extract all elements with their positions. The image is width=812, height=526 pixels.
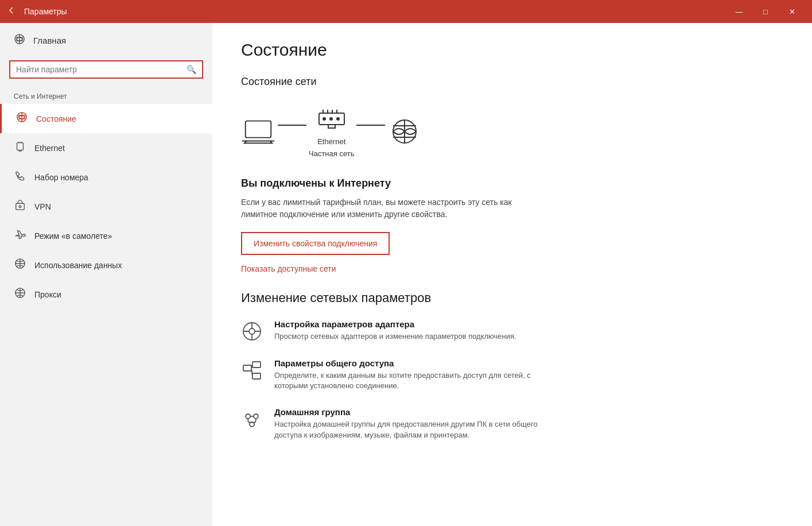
dial-icon bbox=[14, 170, 26, 184]
search-box[interactable]: 🔍 bbox=[9, 60, 203, 79]
settings-item-sharing-desc: Определите, к каким данным вы хотите пре… bbox=[274, 370, 561, 391]
settings-item-adapter-desc: Просмотр сетевых адаптеров и изменение п… bbox=[274, 331, 561, 342]
ethernet-label: Ethernet bbox=[317, 137, 345, 146]
private-network-label: Частная сеть bbox=[309, 149, 354, 158]
svg-point-4 bbox=[19, 206, 21, 208]
sharing-icon bbox=[241, 359, 263, 381]
sidebar-item-status[interactable]: Состояние bbox=[0, 104, 212, 133]
svg-point-18 bbox=[246, 414, 250, 419]
adapter-icon bbox=[241, 320, 263, 342]
svg-rect-3 bbox=[16, 203, 25, 210]
settings-item-adapter[interactable]: Настройка параметров адаптера Просмотр с… bbox=[241, 319, 789, 342]
svg-point-11 bbox=[337, 118, 339, 120]
titlebar: Параметры — □ ✕ bbox=[0, 0, 812, 23]
svg-rect-17 bbox=[252, 373, 261, 379]
sidebar: Главная 🔍 Сеть и Интернет Состояние bbox=[0, 23, 212, 526]
connected-desc: Если у вас лимитный тарифный план, вы мо… bbox=[241, 196, 528, 221]
connected-title: Вы подключены к Интернету bbox=[241, 177, 789, 189]
settings-item-homegroup-text: Домашняя группа Настройка домашней групп… bbox=[274, 407, 789, 440]
net-line-2 bbox=[356, 125, 385, 126]
minimize-button[interactable]: — bbox=[726, 0, 752, 23]
search-icon: 🔍 bbox=[187, 65, 196, 74]
home-icon bbox=[14, 33, 25, 48]
svg-point-19 bbox=[254, 414, 258, 419]
sidebar-item-label-data: Использование данных bbox=[34, 261, 122, 270]
svg-point-10 bbox=[330, 118, 332, 120]
titlebar-title: Параметры bbox=[24, 7, 67, 16]
sidebar-item-label-airplane: Режим «в самолете» bbox=[34, 231, 112, 241]
window-controls: — □ ✕ bbox=[726, 0, 805, 23]
homegroup-icon bbox=[241, 408, 263, 430]
sidebar-item-label-status: Состояние bbox=[36, 114, 76, 123]
sidebar-item-ethernet[interactable]: Ethernet bbox=[0, 133, 212, 163]
settings-item-sharing-text: Параметры общего доступа Определите, к к… bbox=[274, 358, 789, 391]
maximize-button[interactable]: □ bbox=[752, 0, 779, 23]
sidebar-section-label: Сеть и Интернет bbox=[0, 88, 212, 104]
settings-item-sharing[interactable]: Параметры общего доступа Определите, к к… bbox=[241, 358, 789, 391]
close-button[interactable]: ✕ bbox=[779, 0, 805, 23]
svg-rect-16 bbox=[252, 362, 261, 368]
data-icon bbox=[14, 258, 26, 272]
change-props-button[interactable]: Изменить свойства подключения bbox=[241, 232, 390, 255]
sidebar-item-proxy[interactable]: Прокси bbox=[0, 280, 212, 309]
svg-point-14 bbox=[249, 328, 255, 334]
svg-rect-2 bbox=[17, 143, 24, 150]
sidebar-item-label-ethernet: Ethernet bbox=[34, 144, 65, 153]
sidebar-item-label-vpn: VPN bbox=[34, 202, 51, 211]
globe-icon-container bbox=[387, 117, 422, 146]
settings-item-sharing-title: Параметры общего доступа bbox=[274, 358, 789, 368]
ethernet-icon bbox=[14, 141, 26, 155]
settings-item-adapter-text: Настройка параметров адаптера Просмотр с… bbox=[274, 319, 789, 342]
change-section-title: Изменение сетевых параметров bbox=[241, 291, 789, 305]
settings-item-adapter-title: Настройка параметров адаптера bbox=[274, 319, 789, 329]
sidebar-home-button[interactable]: Главная bbox=[0, 23, 212, 58]
airplane-icon bbox=[14, 229, 26, 243]
search-input[interactable] bbox=[16, 65, 187, 74]
show-networks-link[interactable]: Показать доступные сети bbox=[241, 264, 789, 273]
sidebar-item-vpn[interactable]: VPN bbox=[0, 192, 212, 221]
settings-item-homegroup-title: Домашняя группа bbox=[274, 407, 789, 417]
network-status-title: Состояние сети bbox=[241, 76, 789, 88]
settings-item-homegroup-desc: Настройка домашней группы для предоставл… bbox=[274, 419, 561, 440]
page-title: Состояние bbox=[241, 40, 789, 60]
net-line-1 bbox=[278, 125, 306, 126]
status-icon bbox=[15, 111, 28, 126]
ethernet-device-container: Ethernet Частная сеть bbox=[309, 105, 354, 158]
proxy-icon bbox=[14, 287, 26, 301]
sidebar-item-airplane[interactable]: Режим «в самолете» bbox=[0, 221, 212, 250]
laptop-icon-container bbox=[241, 117, 275, 146]
svg-rect-15 bbox=[243, 365, 251, 371]
app-body: Главная 🔍 Сеть и Интернет Состояние bbox=[0, 23, 812, 526]
back-button[interactable] bbox=[7, 6, 16, 18]
svg-rect-7 bbox=[246, 121, 271, 138]
content-area: Состояние Состояние сети bbox=[212, 23, 812, 526]
sidebar-item-data[interactable]: Использование данных bbox=[0, 250, 212, 280]
network-diagram: Ethernet Частная сеть bbox=[241, 99, 789, 164]
sidebar-item-label-proxy: Прокси bbox=[34, 290, 61, 299]
sidebar-item-label-dial: Набор номера bbox=[34, 173, 88, 182]
home-label: Главная bbox=[33, 36, 66, 45]
settings-item-homegroup[interactable]: Домашняя группа Настройка домашней групп… bbox=[241, 407, 789, 440]
svg-point-9 bbox=[323, 118, 325, 120]
sidebar-item-dial[interactable]: Набор номера bbox=[0, 163, 212, 192]
vpn-icon bbox=[14, 199, 26, 214]
